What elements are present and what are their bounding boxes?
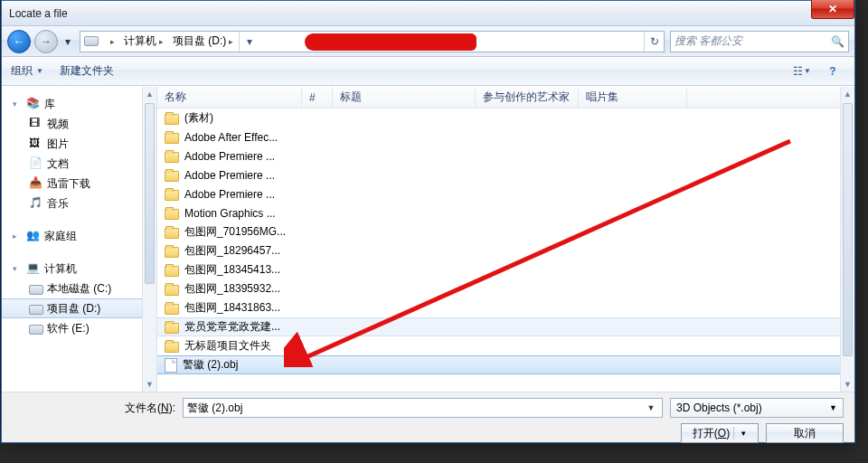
filename-label: 文件名(N): (13, 401, 175, 416)
nav-thunder[interactable]: 📥迅雷下载 (2, 174, 156, 194)
col-label: 参与创作的艺术家 (483, 90, 570, 105)
folder-row[interactable]: 党员党章党政党建... (157, 317, 854, 336)
folder-icon (165, 209, 179, 220)
document-icon: 📄 (29, 156, 43, 171)
folder-row[interactable]: Adobe Premiere ... (157, 146, 854, 165)
file-name: Adobe Premiere ... (184, 188, 275, 201)
forward-button[interactable]: → (34, 30, 58, 53)
computer-icon: 💻 (26, 261, 41, 276)
refresh-icon: ↻ (650, 35, 659, 48)
breadcrumb-drive[interactable]: 项目盘 (D:) ▸ (169, 32, 239, 52)
filename-value: 警徽 (2).obj (187, 401, 242, 416)
search-input[interactable]: 搜索 客都公安 🔍 (670, 31, 849, 52)
breadcrumb-sep-root[interactable]: ▸ (104, 32, 120, 52)
scroll-up-icon[interactable]: ▲ (143, 87, 156, 101)
library-icon: 📚 (26, 97, 41, 111)
file-name: 包图网_18345413... (184, 262, 280, 278)
column-headers: 名称 # 标题 参与创作的艺术家 唱片集 (157, 87, 854, 109)
drive-icon (29, 305, 43, 315)
col-name[interactable]: 名称 (157, 87, 302, 108)
help-icon: ? (829, 65, 835, 78)
close-button[interactable]: ✕ (811, 0, 854, 19)
col-label: 名称 (165, 90, 186, 105)
nav-pictures[interactable]: 🖼图片 (2, 134, 156, 154)
filename-input[interactable]: 警徽 (2).obj ▼ (183, 398, 663, 418)
chevron-down-icon: ▼ (740, 430, 747, 438)
nav-homegroup[interactable]: ▸ 👥 家庭组 (2, 226, 156, 246)
nav-label: 软件 (E:) (47, 321, 90, 336)
chevron-down-icon: ▾ (247, 35, 252, 48)
folder-row[interactable]: 包图网_18431863... (157, 298, 854, 317)
folder-row[interactable]: Motion Graphics ... (157, 203, 854, 222)
file-type-filter[interactable]: 3D Objects (*.obj) ▼ (670, 398, 844, 418)
navpane-scrollbar[interactable]: ▲ ▼ (142, 87, 156, 392)
folder-icon (165, 152, 179, 163)
folder-row[interactable]: Adobe Premiere ... (157, 184, 854, 203)
search-icon: 🔍 (831, 35, 844, 48)
scrollbar-thumb[interactable] (843, 103, 853, 356)
navigation-pane: ▾ 📚 库 🎞视频 🖼图片 📄文档 📥迅雷下载 🎵音乐 ▸ 👥 家庭组 (2, 87, 157, 392)
nav-music[interactable]: 🎵音乐 (2, 194, 156, 213)
nav-library[interactable]: ▾ 📚 库 (2, 94, 156, 114)
organize-menu[interactable]: 组织 ▼ (11, 63, 43, 79)
folder-row[interactable]: 包图网_18296457... (157, 241, 854, 260)
nav-drive-c[interactable]: 本地磁盘 (C:) (2, 279, 156, 298)
list-view-icon: ☷ (793, 65, 803, 78)
scrollbar-thumb[interactable] (145, 103, 155, 284)
refresh-button[interactable]: ↻ (644, 32, 664, 52)
address-bar[interactable]: ▸ 计算机 ▸ 项目盘 (D:) ▸ ▾ ↻ (80, 31, 665, 52)
folder-row[interactable]: 无标题项目文件夹 (157, 336, 854, 355)
homegroup-icon: 👥 (26, 229, 41, 243)
nav-label: 迅雷下载 (47, 176, 90, 192)
folder-icon (165, 342, 179, 353)
organize-label: 组织 (11, 63, 33, 79)
nav-label: 文档 (47, 156, 69, 172)
breadcrumb-computer[interactable]: 计算机 ▸ (120, 32, 169, 52)
cancel-button[interactable]: 取消 (766, 423, 844, 443)
scroll-up-icon[interactable]: ▲ (841, 87, 854, 101)
folder-row[interactable]: 包图网_18395932... (157, 279, 854, 298)
picture-icon: 🖼 (29, 137, 43, 151)
col-album[interactable]: 唱片集 (579, 87, 687, 108)
nav-label: 计算机 (44, 261, 77, 277)
scroll-down-icon[interactable]: ▼ (841, 377, 854, 392)
folder-row[interactable]: 包图网_18345413... (157, 260, 854, 279)
view-mode-button[interactable]: ☷▼ (789, 61, 815, 81)
list-scrollbar[interactable]: ▲ ▼ (840, 87, 854, 392)
back-button[interactable]: ← (7, 30, 31, 53)
col-title[interactable]: 标题 (333, 87, 476, 108)
folder-icon (165, 285, 179, 296)
file-name: Adobe Premiere ... (184, 169, 275, 182)
nav-drive-e[interactable]: 软件 (E:) (2, 318, 156, 338)
file-name: Adobe Premiere ... (184, 150, 275, 163)
help-button[interactable]: ? (820, 61, 845, 81)
nav-label: 视频 (47, 117, 69, 132)
nav-history-button[interactable]: ▾ (61, 30, 74, 53)
chevron-right-icon: ▸ (229, 37, 233, 46)
address-dropdown[interactable]: ▾ (239, 32, 259, 52)
col-number[interactable]: # (302, 87, 333, 108)
nav-computer[interactable]: ▾ 💻 计算机 (2, 259, 156, 279)
file-name: 党员党章党政党建... (184, 319, 280, 335)
col-label: 标题 (340, 90, 362, 105)
arrow-left-icon: ← (14, 35, 24, 48)
new-folder-button[interactable]: 新建文件夹 (60, 63, 114, 79)
expand-icon: ▸ (13, 232, 23, 241)
chevron-down-icon: ▾ (65, 35, 71, 48)
nav-documents[interactable]: 📄文档 (2, 154, 156, 174)
file-name: 警徽 (2).obj (183, 357, 238, 373)
folder-row[interactable]: (素材) (157, 109, 854, 128)
open-button[interactable]: 打开(O) ▼ (681, 423, 759, 443)
file-row[interactable]: 警徽 (2).obj (157, 355, 854, 374)
folder-row[interactable]: Adobe Premiere ... (157, 165, 854, 184)
folder-row[interactable]: Adobe After Effec... (157, 128, 854, 146)
nav-drive-d[interactable]: 项目盘 (D:) (2, 298, 156, 318)
titlebar[interactable]: Locate a file ✕ (2, 1, 854, 26)
col-artists[interactable]: 参与创作的艺术家 (476, 87, 579, 108)
collapse-icon: ▾ (13, 264, 23, 273)
chevron-down-icon[interactable]: ▼ (644, 403, 658, 412)
window-title: Locate a file (9, 7, 68, 20)
scroll-down-icon[interactable]: ▼ (143, 377, 156, 392)
nav-videos[interactable]: 🎞视频 (2, 114, 156, 134)
folder-row[interactable]: 包图网_701956MG... (157, 222, 854, 241)
